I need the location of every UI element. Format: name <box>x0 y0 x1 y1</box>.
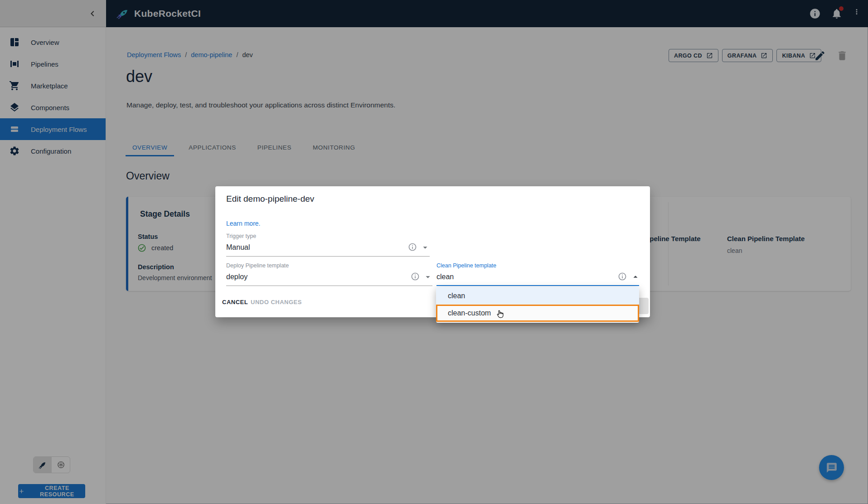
clean-template-dropdown-menu: clean clean-custom <box>436 287 639 323</box>
undo-changes-button[interactable]: UNDO CHANGES <box>247 295 305 309</box>
clean-template-field-label: Clean Pipeline template <box>436 262 496 269</box>
modal-title: Edit demo-pipeline-dev <box>226 194 314 204</box>
caret-down-icon <box>423 272 433 282</box>
clean-template-dropdown-arrow[interactable] <box>630 272 640 282</box>
hand-cursor-icon <box>495 309 505 320</box>
trigger-type-dropdown-arrow[interactable] <box>420 242 430 252</box>
trigger-type-label: Trigger type <box>226 233 256 239</box>
info-outline-icon <box>618 272 627 281</box>
info-outline-icon <box>408 242 417 252</box>
trigger-type-info-button[interactable] <box>408 242 417 252</box>
option-label: clean-custom <box>448 309 491 317</box>
deploy-template-field-label: Deploy Pipeline template <box>226 262 289 269</box>
deploy-template-info-button[interactable] <box>411 272 420 281</box>
option-label: clean <box>448 292 465 300</box>
app-window: KubeRocketCI Overview Pipelines <box>0 0 868 504</box>
learn-more-link[interactable]: Learn more. <box>226 220 260 227</box>
caret-up-icon <box>630 272 640 282</box>
trigger-type-value[interactable]: Manual <box>226 243 250 252</box>
dropdown-option-clean[interactable]: clean <box>436 287 639 305</box>
clean-template-underline <box>436 285 639 286</box>
deploy-template-underline <box>226 286 432 286</box>
clean-template-info-button[interactable] <box>618 272 627 281</box>
caret-down-icon <box>420 242 430 252</box>
deploy-template-field-value[interactable]: deploy <box>226 273 247 281</box>
trigger-type-underline <box>226 256 430 257</box>
deploy-template-dropdown-arrow[interactable] <box>423 272 433 282</box>
clean-template-field-value[interactable]: clean <box>436 273 454 281</box>
dropdown-option-clean-custom[interactable]: clean-custom <box>436 305 639 322</box>
info-outline-icon <box>411 272 420 281</box>
